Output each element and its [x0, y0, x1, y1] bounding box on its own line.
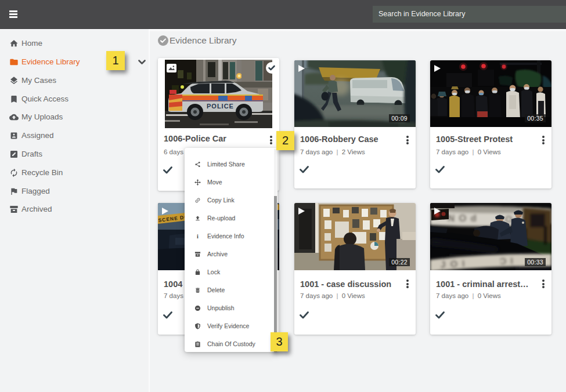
svg-text:JOI: JOI: [440, 258, 470, 270]
svg-text:i: i: [197, 233, 199, 239]
svg-text:ƆI: ƆI: [500, 256, 518, 266]
svg-text:NOd: NOd: [448, 213, 481, 224]
svg-text:POLICE: POLICE: [207, 103, 234, 110]
